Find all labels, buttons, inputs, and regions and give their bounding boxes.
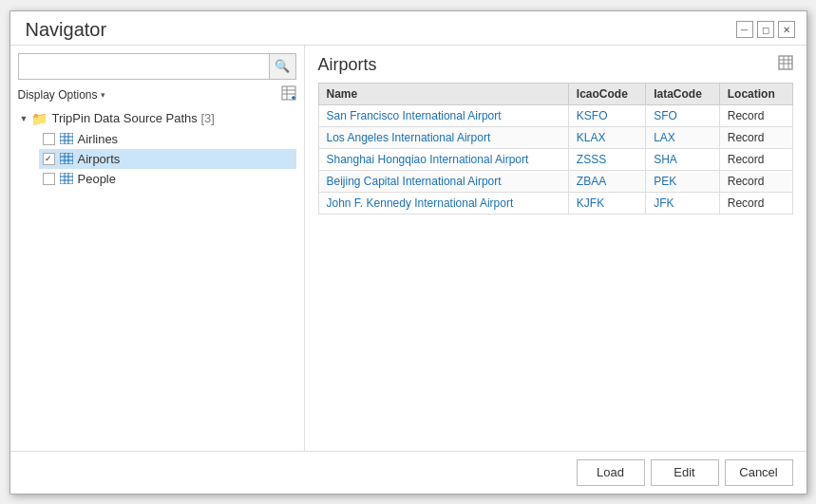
tree-item-airlines[interactable]: Airlines: [39, 129, 296, 149]
display-options-arrow-icon: ▾: [101, 90, 105, 100]
tree: ▼ 📁 TripPin Data Source Paths [3]: [18, 108, 296, 443]
table-row[interactable]: Beijing Capital International Airport ZB…: [318, 170, 792, 192]
title-controls: ─ ◻ ✕: [736, 21, 795, 38]
cell-iata: LAX: [646, 126, 720, 148]
cell-name: San Francisco International Airport: [318, 104, 568, 126]
svg-rect-11: [60, 153, 73, 164]
svg-rect-6: [60, 133, 73, 144]
table-row[interactable]: Los Angeles International Airport KLAX L…: [318, 126, 792, 148]
table-row[interactable]: John F. Kennedy International Airport KJ…: [318, 192, 792, 214]
tree-root-label: TripPin Data Source Paths [3]: [51, 111, 215, 125]
new-source-button[interactable]: [281, 85, 296, 104]
tree-item-airports[interactable]: ✓ Airports: [39, 149, 296, 169]
root-expand-icon: ▼: [20, 114, 28, 123]
maximize-button[interactable]: ◻: [757, 21, 774, 38]
airlines-checkbox[interactable]: [43, 133, 55, 145]
airports-table-icon: [59, 153, 74, 165]
cell-name: Los Angeles International Airport: [318, 126, 568, 148]
cell-icao: ZSSS: [568, 148, 645, 170]
cell-iata: JFK: [646, 192, 720, 214]
svg-rect-21: [779, 56, 792, 69]
cell-location: Record: [719, 126, 792, 148]
tree-root[interactable]: ▼ 📁 TripPin Data Source Paths [3]: [18, 108, 296, 129]
tree-children: Airlines ✓: [39, 129, 296, 189]
cell-iata: SFO: [646, 104, 720, 126]
cell-icao: KLAX: [568, 126, 645, 148]
preview-table-icon: [778, 55, 793, 70]
cell-location: Record: [719, 170, 792, 192]
preview-icon-button[interactable]: [778, 55, 793, 74]
display-options-label: Display Options: [18, 88, 98, 102]
right-panel: Airports Name IcaoCode Ia: [305, 46, 807, 451]
folder-icon: 📁: [31, 111, 47, 126]
tree-item-airports-label: Airports: [78, 152, 121, 166]
preview-header: Airports: [318, 55, 793, 75]
tree-item-airlines-label: Airlines: [78, 132, 119, 146]
navigator-dialog: Navigator ─ ◻ ✕ 🔍: [9, 10, 807, 495]
content-area: 🔍 Display Options ▾: [10, 45, 807, 451]
cell-icao: ZBAA: [568, 170, 645, 192]
people-table-icon: [59, 173, 74, 185]
title-bar: Navigator ─ ◻ ✕: [10, 11, 807, 45]
new-table-icon: [281, 85, 296, 101]
airlines-table-icon: [59, 133, 74, 145]
cell-name: Shanghai Hongqiao International Airport: [318, 148, 568, 170]
close-icon: ✕: [783, 25, 790, 35]
svg-rect-16: [60, 173, 73, 184]
search-button[interactable]: 🔍: [269, 54, 295, 79]
search-row: 🔍: [18, 53, 296, 80]
left-panel: 🔍 Display Options ▾: [10, 46, 305, 451]
cell-location: Record: [719, 148, 792, 170]
dialog-title: Navigator: [26, 19, 107, 41]
airports-checkbox[interactable]: ✓: [43, 153, 55, 165]
airports-table: Name IcaoCode IataCode Location San Fran…: [318, 83, 793, 215]
footer: Load Edit Cancel: [10, 451, 807, 494]
edit-button[interactable]: Edit: [651, 459, 719, 486]
col-header-icao: IcaoCode: [568, 83, 645, 104]
table-row[interactable]: Shanghai Hongqiao International Airport …: [318, 148, 792, 170]
col-header-name: Name: [318, 83, 568, 104]
search-input[interactable]: [19, 54, 269, 79]
cell-location: Record: [719, 104, 792, 126]
minimize-button[interactable]: ─: [736, 21, 753, 38]
table-header-row: Name IcaoCode IataCode Location: [318, 83, 792, 104]
close-button[interactable]: ✕: [778, 21, 795, 38]
cell-icao: KJFK: [568, 192, 645, 214]
table-row[interactable]: San Francisco International Airport KSFO…: [318, 104, 792, 126]
cell-iata: PEK: [646, 170, 720, 192]
col-header-location: Location: [719, 83, 792, 104]
tree-item-people[interactable]: People: [39, 169, 296, 189]
cell-icao: KSFO: [568, 104, 645, 126]
cell-name: Beijing Capital International Airport: [318, 170, 568, 192]
col-header-iata: IataCode: [646, 83, 720, 104]
tree-item-people-label: People: [78, 172, 116, 186]
search-icon: 🔍: [275, 59, 290, 73]
display-options-row: Display Options ▾: [18, 85, 296, 104]
display-options-button[interactable]: Display Options ▾: [18, 86, 105, 103]
minimize-icon: ─: [741, 25, 748, 35]
preview-title: Airports: [318, 55, 377, 75]
load-button[interactable]: Load: [577, 459, 645, 486]
cell-name: John F. Kennedy International Airport: [318, 192, 568, 214]
cell-iata: SHA: [646, 148, 720, 170]
cancel-button[interactable]: Cancel: [725, 459, 793, 486]
people-checkbox[interactable]: [43, 173, 55, 185]
maximize-icon: ◻: [762, 25, 769, 35]
cell-location: Record: [719, 192, 792, 214]
